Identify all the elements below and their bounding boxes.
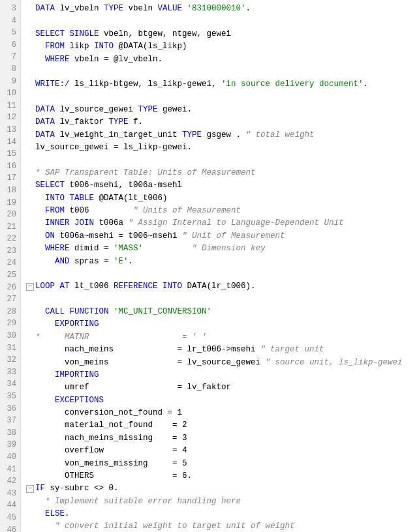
token-str: 'E' bbox=[114, 257, 129, 266]
token-container: DATA lv_faktor TYPE f. bbox=[35, 116, 143, 128]
token-kw: DATA bbox=[35, 130, 55, 140]
token-plain: . bbox=[129, 257, 134, 266]
line-number: 44 bbox=[3, 499, 16, 512]
token-plain bbox=[35, 194, 45, 203]
line-number: 23 bbox=[3, 245, 16, 258]
token-plain: spras = bbox=[70, 257, 114, 266]
line-number: 6 bbox=[3, 39, 16, 52]
line-number: 3 bbox=[3, 3, 16, 15]
code-line: INNER JOIN t006a " Assign Internal to La… bbox=[26, 217, 414, 229]
token-container: ELSE. bbox=[35, 508, 70, 520]
token-container: WHERE vbeln = @lv_vbeln. bbox=[35, 53, 163, 66]
code-line: DATA lv_source_gewei TYPE gewei. bbox=[26, 104, 414, 116]
token-str: 'in source delivery document' bbox=[221, 80, 364, 89]
code-line bbox=[26, 293, 414, 306]
code-line: FROM t006 " Units of Measurement bbox=[26, 205, 414, 217]
line-number: 32 bbox=[3, 354, 16, 366]
token-plain: vbeln, btgew, ntgew, gewei bbox=[99, 29, 232, 38]
fold-icon[interactable]: − bbox=[26, 283, 34, 291]
code-line: DATA lv_vbeln TYPE vbeln VALUE '83100000… bbox=[26, 3, 414, 15]
token-plain: t006a bbox=[94, 218, 129, 228]
code-line: WHERE dimid = 'MASS' " Dimension key bbox=[26, 243, 414, 255]
line-number: 40 bbox=[3, 451, 16, 464]
token-container: IMPORTING bbox=[35, 369, 99, 381]
token-kw: REFERENCE INTO bbox=[114, 282, 182, 291]
line-number: 13 bbox=[3, 124, 16, 136]
token-container bbox=[35, 293, 40, 306]
token-str: 'MASS' bbox=[114, 244, 143, 253]
token-container: IF sy-subrc <> 0. bbox=[35, 482, 119, 495]
token-comment: " target unit bbox=[260, 345, 324, 354]
line-number: 45 bbox=[3, 512, 16, 524]
line-number: 31 bbox=[3, 342, 16, 355]
token-container: FROM likp INTO @DATA(ls_likp) bbox=[35, 40, 187, 53]
token-plain: f. bbox=[129, 117, 144, 126]
token-plain bbox=[35, 218, 45, 228]
token-plain: dimid = bbox=[70, 244, 114, 253]
token-plain: von_meins_missing = 5 bbox=[35, 459, 187, 468]
token-plain: gewei. bbox=[158, 105, 193, 114]
line-number: 29 bbox=[3, 318, 16, 330]
token-plain bbox=[35, 319, 55, 329]
token-container: EXPORTING bbox=[35, 318, 99, 331]
token-kw: ON bbox=[45, 231, 55, 241]
token-kw: LOOP AT bbox=[35, 282, 70, 291]
token-kw: WRITE:/ bbox=[35, 80, 70, 89]
token-kw: WHERE bbox=[45, 55, 70, 64]
code-line: ELSE. bbox=[26, 508, 414, 520]
token-container: WHERE dimid = 'MASS' " Dimension key bbox=[35, 243, 266, 255]
token-container: von_meins_missing = 5 bbox=[35, 458, 187, 470]
token-container: AND spras = 'E'. bbox=[35, 256, 133, 268]
line-number: 30 bbox=[3, 330, 16, 342]
token-kw: TYPE bbox=[182, 130, 202, 140]
code-content[interactable]: DATA lv_vbeln TYPE vbeln VALUE '83100000… bbox=[21, 0, 419, 532]
token-comment: " Unit of Measurement bbox=[182, 231, 285, 241]
token-plain bbox=[143, 244, 192, 253]
token-kw: IF bbox=[35, 484, 45, 493]
token-plain: . bbox=[364, 80, 369, 89]
code-line bbox=[26, 155, 414, 167]
token-plain: lv_faktor bbox=[55, 117, 109, 126]
code-editor: 3456789101112131415161718192021222324252… bbox=[0, 0, 419, 532]
token-plain bbox=[35, 55, 45, 64]
token-container: WRITE:/ ls_likp-btgew, ls_likp-gewei, 'i… bbox=[35, 78, 368, 91]
token-container: lv_source_gewei = ls_likp-gewei. bbox=[35, 141, 192, 154]
token-kw: IMPORTING bbox=[55, 370, 99, 379]
fold-icon[interactable]: − bbox=[26, 485, 34, 493]
line-number: 28 bbox=[3, 306, 16, 318]
token-kw: INTO bbox=[94, 42, 114, 51]
code-line: lv_source_gewei = ls_likp-gewei. bbox=[26, 141, 414, 154]
token-plain bbox=[35, 307, 45, 316]
token-comment: " Assign Internal to Language-Dependent … bbox=[129, 218, 344, 228]
line-number: 21 bbox=[3, 221, 16, 233]
line-number: 18 bbox=[3, 185, 16, 197]
token-kw: INNER JOIN bbox=[45, 218, 94, 228]
code-line: OTHERS = 6. bbox=[26, 470, 414, 482]
code-line: nach_meins_missing = 3 bbox=[26, 432, 414, 445]
token-comment: " Units of Measurement bbox=[133, 206, 241, 215]
code-line: " convert initial weight to target unit … bbox=[26, 520, 414, 532]
code-line: EXCEPTIONS bbox=[26, 394, 414, 407]
code-line: −LOOP AT lt_t006 REFERENCE INTO DATA(lr_… bbox=[26, 280, 414, 293]
code-line: * SAP Transparent Table: Units of Measur… bbox=[26, 167, 414, 179]
line-number: 35 bbox=[3, 391, 16, 403]
token-plain bbox=[35, 206, 45, 215]
line-number: 37 bbox=[3, 415, 16, 427]
line-number: 9 bbox=[3, 76, 16, 88]
token-plain: likp bbox=[65, 42, 94, 51]
token-container bbox=[35, 268, 40, 280]
line-number: 5 bbox=[3, 27, 16, 39]
token-container: nach_meins_missing = 3 bbox=[35, 432, 187, 445]
token-comment: * MATNR = ' ' bbox=[35, 332, 207, 342]
token-container bbox=[35, 66, 40, 78]
token-comment: * SAP Transparent Table: Units of Measur… bbox=[35, 168, 256, 177]
code-line bbox=[26, 91, 414, 104]
token-comment: " source unit, ls_likp-gewei bbox=[266, 358, 403, 367]
token-plain: von_meins = lv_source_gewei bbox=[35, 358, 266, 367]
token-plain: OTHERS = 6. bbox=[35, 471, 192, 480]
token-plain bbox=[109, 307, 114, 316]
token-plain: vbeln = @lv_vbeln. bbox=[70, 55, 163, 64]
token-plain bbox=[35, 257, 55, 266]
token-plain: t006a~msehi = t006~msehi bbox=[55, 231, 182, 241]
token-plain: material_not_found = 2 bbox=[35, 421, 187, 430]
